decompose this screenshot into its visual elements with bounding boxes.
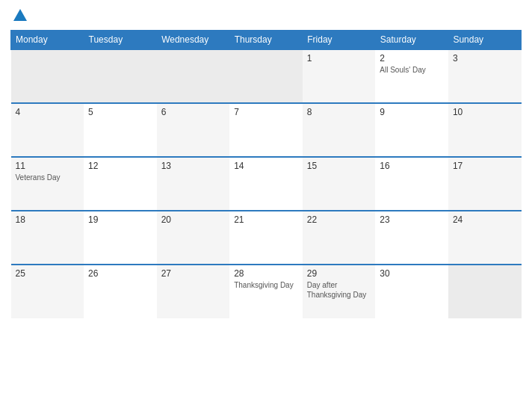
calendar-cell: 5	[84, 103, 157, 157]
calendar-cell: 16	[375, 157, 448, 211]
calendar-cell: 28Thanksgiving Day	[229, 265, 303, 318]
calendar-cell: 14	[229, 157, 303, 211]
calendar-cell	[157, 49, 230, 103]
day-number: 28	[234, 268, 298, 279]
calendar-cell: 26	[84, 265, 157, 318]
calendar-week-row: 18192021222324	[11, 211, 522, 265]
day-number: 10	[453, 107, 517, 117]
day-number: 19	[88, 214, 152, 225]
day-number: 4	[16, 107, 80, 117]
calendar-cell: 13	[157, 157, 230, 211]
day-number: 20	[161, 214, 226, 225]
day-number: 29	[307, 268, 371, 279]
holiday-label: Day after Thanksgiving Day	[307, 280, 371, 300]
day-number: 23	[380, 214, 444, 225]
logo	[10, 7, 28, 24]
day-number: 25	[16, 268, 80, 279]
calendar-cell: 19	[84, 211, 157, 265]
day-number: 26	[88, 268, 152, 279]
calendar-cell: 8	[303, 103, 376, 157]
calendar-cell: 12	[84, 157, 157, 211]
weekday-header-row: MondayTuesdayWednesdayThursdayFridaySatu…	[11, 31, 522, 50]
calendar-cell: 18	[11, 211, 84, 265]
weekday-header-monday: Monday	[11, 31, 84, 50]
day-number: 6	[161, 107, 226, 117]
logo-flag-icon	[12, 7, 28, 24]
day-number: 12	[88, 161, 152, 171]
day-number: 13	[161, 161, 226, 171]
holiday-label: Veterans Day	[16, 173, 80, 182]
calendar-cell: 24	[448, 211, 522, 265]
calendar-cell: 21	[229, 211, 303, 265]
logo-text	[10, 7, 28, 24]
calendar-week-row: 11Veterans Day121314151617	[11, 157, 522, 211]
day-number: 1	[307, 53, 371, 64]
calendar-cell: 11Veterans Day	[11, 157, 84, 211]
weekday-header-friday: Friday	[303, 31, 376, 50]
weekday-header-sunday: Sunday	[448, 31, 522, 50]
calendar-cell: 25	[11, 265, 84, 318]
weekday-header-tuesday: Tuesday	[84, 31, 157, 50]
day-number: 2	[380, 53, 444, 64]
weekday-header-wednesday: Wednesday	[157, 31, 230, 50]
day-number: 5	[88, 107, 152, 117]
day-number: 30	[380, 268, 444, 279]
calendar-cell: 2All Souls' Day	[375, 49, 448, 103]
day-number: 24	[453, 214, 517, 225]
calendar-cell	[11, 49, 84, 103]
calendar-cell: 6	[157, 103, 230, 157]
day-number: 18	[16, 214, 80, 225]
day-number: 21	[234, 214, 298, 225]
calendar-cell: 29Day after Thanksgiving Day	[303, 265, 376, 318]
calendar-cell: 23	[375, 211, 448, 265]
day-number: 15	[307, 161, 371, 171]
calendar-cell: 7	[229, 103, 303, 157]
holiday-label: All Souls' Day	[380, 65, 444, 75]
calendar-cell: 17	[448, 157, 522, 211]
weekday-header-saturday: Saturday	[375, 31, 448, 50]
calendar-cell	[448, 265, 522, 318]
calendar-cell: 10	[448, 103, 522, 157]
day-number: 22	[307, 214, 371, 225]
calendar-cell: 9	[375, 103, 448, 157]
calendar-cell: 27	[157, 265, 230, 318]
calendar-week-row: 12All Souls' Day3	[11, 49, 522, 103]
weekday-header-thursday: Thursday	[229, 31, 303, 50]
calendar-week-row: 45678910	[11, 103, 522, 157]
calendar-cell: 15	[303, 157, 376, 211]
holiday-label: Thanksgiving Day	[234, 280, 298, 290]
calendar-cell: 4	[11, 103, 84, 157]
calendar-cell: 20	[157, 211, 230, 265]
calendar-cell	[229, 49, 303, 103]
day-number: 8	[307, 107, 371, 117]
calendar-cell: 1	[303, 49, 376, 103]
calendar-week-row: 25262728Thanksgiving Day29Day after Than…	[11, 265, 522, 318]
day-number: 7	[234, 107, 298, 117]
day-number: 9	[380, 107, 444, 117]
day-number: 11	[16, 161, 80, 171]
day-number: 14	[234, 161, 298, 171]
day-number: 17	[453, 161, 517, 171]
calendar-cell: 22	[303, 211, 376, 265]
calendar-table: MondayTuesdayWednesdayThursdayFridaySatu…	[10, 30, 522, 318]
calendar-cell: 3	[448, 49, 522, 103]
day-number: 27	[161, 268, 226, 279]
svg-marker-0	[13, 9, 27, 21]
calendar-header	[10, 7, 522, 24]
day-number: 16	[380, 161, 444, 171]
calendar-cell	[84, 49, 157, 103]
day-number: 3	[453, 53, 517, 64]
calendar-cell: 30	[375, 265, 448, 318]
calendar-page: MondayTuesdayWednesdayThursdayFridaySatu…	[0, 0, 532, 411]
